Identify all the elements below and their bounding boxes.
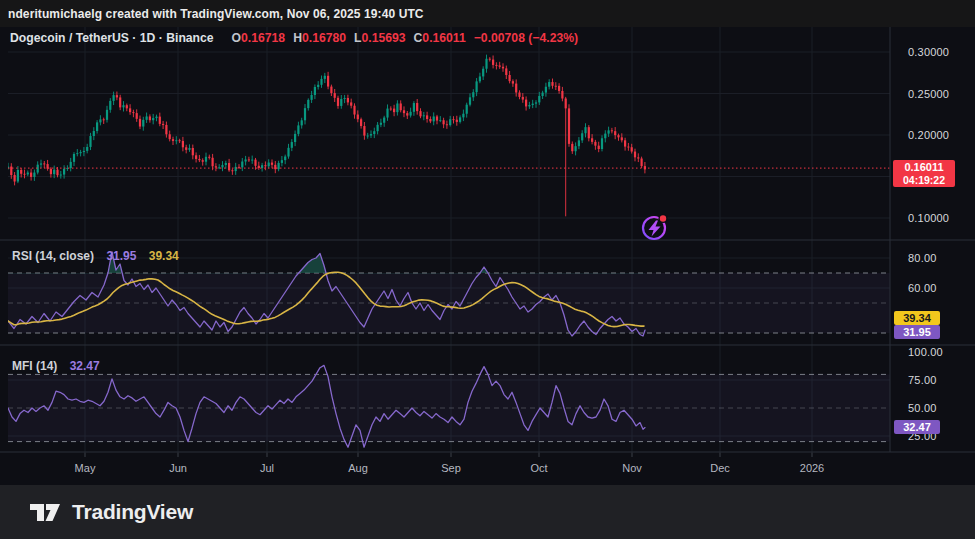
rsi-ma-value: 39.34 [149,249,179,263]
change-value: −0.00708 (−4.23%) [474,31,578,45]
time-axis-label: May [75,462,96,474]
chart-canvas[interactable] [0,0,975,539]
tradingview-brand-text[interactable]: TradingView [72,500,193,524]
mfi-scale-label: 50.00 [908,402,975,414]
rsi-title: RSI (14, close) [12,249,94,263]
time-axis-label: Aug [348,462,368,474]
tradingview-chart-window: nderitumichaelg created with TradingView… [0,0,975,539]
lightning-icon [649,221,661,237]
rsi-value-badge: 31.95 [894,325,940,339]
watermark-bar: nderitumichaelg created with TradingView… [0,0,975,27]
mfi-scale-label: 100.00 [908,346,975,358]
time-axis-label: 2026 [800,462,824,474]
price-scale-label: 0.30000 [908,46,975,58]
mfi-value-badge: 32.47 [894,420,940,434]
price-scale-label: 0.20000 [908,129,975,141]
last-price-badge: 0.16011 04:19:22 [893,160,955,187]
price-scale-label: 0.10000 [908,212,975,224]
high-label: H [293,31,302,45]
mfi-title: MFI (14) [12,359,57,373]
open-label: O [232,31,241,45]
time-axis-label: Jul [260,462,274,474]
low-value: 0.15693 [361,31,405,45]
bar-countdown: 04:19:22 [893,174,955,187]
rsi-scale-label: 80.00 [908,252,975,264]
mfi-scale-label: 75.00 [908,374,975,386]
symbol-legend[interactable]: Dogecoin / TetherUS · 1D · BinanceO0.167… [10,31,578,45]
close-value: 0.16011 [422,31,465,45]
time-axis-label: Sep [441,462,461,474]
tradingview-logo-icon[interactable] [28,497,62,527]
high-value: 0.16780 [302,31,346,45]
notification-dot [660,215,666,221]
mfi-value: 32.47 [70,359,100,373]
time-axis-label: Dec [710,462,730,474]
price-scale-label: 0.25000 [908,88,975,100]
footer-bar: TradingView [0,485,975,539]
watermark-text: nderitumichaelg created with TradingView… [0,7,424,21]
time-axis-label: Nov [622,462,642,474]
time-axis-label: Oct [530,462,547,474]
rsi-value: 31.95 [106,249,136,263]
mfi-pane-header[interactable]: MFI (14) 32.47 [12,359,100,373]
time-axis-label: Jun [169,462,187,474]
last-price: 0.16011 [893,161,955,174]
symbol-title[interactable]: Dogecoin / TetherUS · 1D · Binance [10,31,214,45]
rsi-ma-badge: 39.34 [894,311,940,325]
rsi-scale-label: 60.00 [908,282,975,294]
open-value: 0.16718 [241,31,285,45]
spark-button[interactable] [636,208,674,246]
rsi-pane-header[interactable]: RSI (14, close) 31.95 39.34 [12,249,179,263]
